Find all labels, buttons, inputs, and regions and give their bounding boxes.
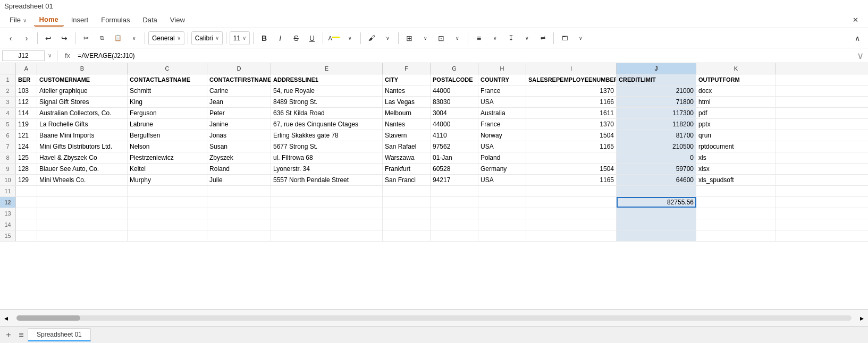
cell-e1[interactable]: ADDRESSLINE1 <box>271 74 383 85</box>
cell-f13[interactable] <box>383 208 431 219</box>
cell-c8[interactable]: Piestrzeniewicz <box>128 152 207 163</box>
row-num-3[interactable]: 3 <box>0 97 16 107</box>
cell-g11[interactable] <box>431 186 478 196</box>
cell-e15[interactable] <box>271 230 383 241</box>
row-num-4[interactable]: 4 <box>0 108 16 118</box>
nav-prev-button[interactable]: ‹ <box>3 31 18 45</box>
cell-ref-chevron[interactable]: ∨ <box>48 53 52 58</box>
cell-e4[interactable]: 636 St Kilda Road <box>271 108 383 118</box>
cell-c13[interactable] <box>128 208 207 219</box>
cell-f12[interactable] <box>383 197 431 208</box>
cell-b1[interactable]: CUSTOMERNAME <box>37 74 128 85</box>
cell-a2[interactable]: 103 <box>16 85 37 96</box>
cell-e10[interactable]: 5557 North Pendale Street <box>271 175 383 185</box>
cell-j6[interactable]: 81700 <box>617 130 696 141</box>
cell-c10[interactable]: Murphy <box>128 175 207 185</box>
cell-h4[interactable]: Australia <box>478 108 526 118</box>
cell-d2[interactable]: Carine <box>207 85 271 96</box>
cell-reference-input[interactable]: J12 <box>2 50 45 61</box>
cell-d7[interactable]: Susan <box>207 141 271 152</box>
menu-file[interactable]: File ∨ <box>4 14 32 26</box>
cell-d9[interactable]: Roland <box>207 164 271 174</box>
cell-h1[interactable]: COUNTRY <box>478 74 526 85</box>
highlight-chevron[interactable]: ∨ <box>380 31 395 45</box>
cell-f3[interactable]: Las Vegas <box>383 97 431 107</box>
cell-a8[interactable]: 125 <box>16 152 37 163</box>
merge-button[interactable]: ⊡ <box>434 31 449 45</box>
cell-c9[interactable]: Keitel <box>128 164 207 174</box>
cell-j7[interactable]: 210500 <box>617 141 696 152</box>
cell-b7[interactable]: Mini Gifts Distributors Ltd. <box>37 141 128 152</box>
cell-e2[interactable]: 54, rue Royale <box>271 85 383 96</box>
row-num-10[interactable]: 10 <box>0 175 16 185</box>
cell-b10[interactable]: Mini Wheels Co. <box>37 175 128 185</box>
cell-j4[interactable]: 117300 <box>617 108 696 118</box>
cell-k2[interactable]: docx <box>696 85 776 96</box>
horizontal-scrollbar[interactable] <box>16 315 852 321</box>
menu-insert[interactable]: Insert <box>66 14 94 26</box>
cell-d10[interactable]: Julie <box>207 175 271 185</box>
cell-d15[interactable] <box>207 230 271 241</box>
cell-j9[interactable]: 59700 <box>617 164 696 174</box>
cell-b13[interactable] <box>37 208 128 219</box>
cell-i14[interactable] <box>526 219 617 230</box>
cell-f11[interactable] <box>383 186 431 196</box>
cell-b15[interactable] <box>37 230 128 241</box>
cell-j8[interactable]: 0 <box>617 152 696 163</box>
font-size-dropdown[interactable]: 11 ∨ <box>230 31 250 45</box>
cell-a3[interactable]: 112 <box>16 97 37 107</box>
font-color-button[interactable]: A <box>326 31 341 45</box>
cell-h3[interactable]: USA <box>478 97 526 107</box>
cell-e14[interactable] <box>271 219 383 230</box>
cell-d12[interactable] <box>207 197 271 208</box>
row-num-6[interactable]: 6 <box>0 130 16 141</box>
cell-i9[interactable]: 1504 <box>526 164 617 174</box>
menu-formulas[interactable]: Formulas <box>96 14 135 26</box>
row-num-8[interactable]: 8 <box>0 152 16 163</box>
cell-c12[interactable] <box>128 197 207 208</box>
cell-d14[interactable] <box>207 219 271 230</box>
cell-e8[interactable]: ul. Filtrowa 68 <box>271 152 383 163</box>
cell-k7[interactable]: rptdocument <box>696 141 776 152</box>
cell-j12[interactable]: 82755.56 <box>617 197 696 208</box>
cell-f6[interactable]: Stavern <box>383 130 431 141</box>
cell-j14[interactable] <box>617 219 696 230</box>
align-chevron[interactable]: ∨ <box>487 31 502 45</box>
formula-expand[interactable]: ∨ <box>855 50 866 62</box>
col-header-e[interactable]: E <box>271 63 383 74</box>
col-header-i[interactable]: I <box>526 63 617 74</box>
valign-chevron[interactable]: ∨ <box>519 31 534 45</box>
row-num-9[interactable]: 9 <box>0 164 16 174</box>
cell-i8[interactable] <box>526 152 617 163</box>
cell-k14[interactable] <box>696 219 776 230</box>
redo-button[interactable]: ↪ <box>57 31 72 45</box>
row-num-1[interactable]: 1 <box>0 74 16 85</box>
cell-j10[interactable]: 64600 <box>617 175 696 185</box>
cell-h2[interactable]: France <box>478 85 526 96</box>
col-header-g[interactable]: G <box>431 63 478 74</box>
wrap-button[interactable]: ⇌ <box>535 31 550 45</box>
cell-i6[interactable]: 1504 <box>526 130 617 141</box>
cell-j15[interactable] <box>617 230 696 241</box>
cell-c6[interactable]: Bergulfsen <box>128 130 207 141</box>
cell-d3[interactable]: Jean <box>207 97 271 107</box>
cell-j11[interactable] <box>617 186 696 196</box>
cell-g13[interactable] <box>431 208 478 219</box>
cell-e6[interactable]: Erling Skakkes gate 78 <box>271 130 383 141</box>
cell-c3[interactable]: King <box>128 97 207 107</box>
cell-a7[interactable]: 124 <box>16 141 37 152</box>
cell-e11[interactable] <box>271 186 383 196</box>
menu-view[interactable]: View <box>165 14 190 26</box>
cell-k12[interactable] <box>696 197 776 208</box>
cell-b6[interactable]: Baane Mini Imports <box>37 130 128 141</box>
number-format-dropdown[interactable]: General ∨ <box>148 31 184 45</box>
cell-i10[interactable]: 1165 <box>526 175 617 185</box>
cell-g7[interactable]: 97562 <box>431 141 478 152</box>
row-num-15[interactable]: 15 <box>0 230 16 241</box>
cell-f2[interactable]: Nantes <box>383 85 431 96</box>
col-header-k[interactable]: K <box>696 63 776 74</box>
cell-d5[interactable]: Janine <box>207 119 271 130</box>
cell-k4[interactable]: pdf <box>696 108 776 118</box>
cell-d1[interactable]: CONTACTFIRSTNAME <box>207 74 271 85</box>
cell-d4[interactable]: Peter <box>207 108 271 118</box>
